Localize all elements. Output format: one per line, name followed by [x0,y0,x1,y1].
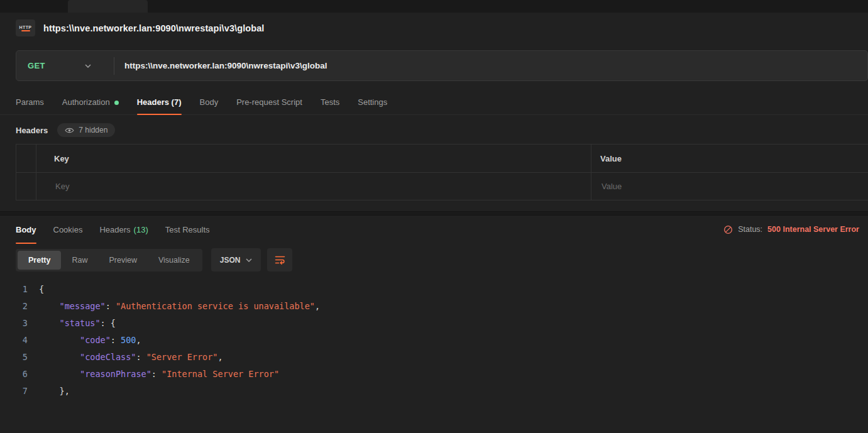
request-tab-headers-7[interactable]: Headers (7) [137,90,182,114]
table-row [16,172,868,200]
code-line: 5 "codeClass": "Server Error", [0,349,868,366]
code-text: { [39,281,44,298]
code-text: "code": 500, [39,332,141,349]
token-punc: { [39,284,44,294]
tab-label: Body [16,225,36,234]
wrap-lines-icon [275,255,285,265]
status-value: 500 Internal Server Error [767,225,859,234]
request-url-bar: GET https:\\nve.networker.lan:9090\nwres… [16,50,868,81]
request-tab-settings[interactable]: Settings [358,90,387,114]
hidden-headers-label: 7 hidden [79,126,107,134]
format-dropdown[interactable]: JSON [211,248,261,271]
response-tab-cookies[interactable]: Cookies [53,216,83,243]
response-status: Status: 500 Internal Server Error [723,216,859,243]
token-key: "message" [60,301,106,311]
view-mode-pretty[interactable]: Pretty [18,251,61,270]
request-title: https:\\nve.networker.lan:9090\nwrestapi… [43,23,265,33]
http-badge-text: HTTP [19,25,32,30]
token-punc [39,352,80,362]
headers-table: Key Value [16,144,868,200]
code-line: 4 "code": 500, [0,332,868,349]
chevron-down-icon [85,64,91,68]
token-punc [39,318,60,328]
headers-section-title: Headers [16,126,48,135]
row-handle-cell [16,145,36,172]
response-tab-headers[interactable]: Headers (13) [99,216,148,243]
view-mode-switcher: PrettyRawPreviewVisualize [16,249,202,271]
token-punc [39,301,60,311]
tab-label: Tests [321,97,339,107]
tab-label: Headers [99,225,130,234]
http-badge-accent [21,30,30,31]
token-punc: }, [39,386,70,396]
app-tab-bar [0,0,868,13]
line-number: 3 [16,315,28,332]
response-tab-body[interactable]: Body [16,216,36,243]
token-punc: : [106,301,116,311]
code-text: "codeClass": "Server Error", [39,349,223,366]
key-input[interactable] [54,181,582,192]
code-line: 2 "message": "Authentication service is … [0,298,868,315]
request-tab-tests[interactable]: Tests [321,90,339,114]
token-key: "status" [60,318,101,328]
view-mode-preview[interactable]: Preview [98,251,147,270]
unsaved-changes-dot [114,101,119,105]
chevron-down-icon [246,258,252,262]
value-cell [591,173,868,200]
method-selector[interactable]: GET [16,51,114,80]
request-tab-authorization[interactable]: Authorization [62,90,119,114]
code-line: 3 "status": { [0,315,868,332]
request-tab-pre-request-script[interactable]: Pre-request Script [236,90,302,114]
eye-icon [65,127,74,134]
response-tabs: BodyCookiesHeaders (13)Test Results [16,216,210,243]
token-str: "Server Error" [146,352,218,362]
token-punc [39,369,80,379]
column-header-value: Value [591,145,868,172]
hidden-headers-toggle[interactable]: 7 hidden [57,123,115,137]
token-punc: , [218,352,223,362]
line-number: 2 [16,298,28,315]
tab-label: Cookies [53,225,83,234]
token-punc: : [151,369,162,379]
insecure-connection-icon[interactable] [723,225,733,234]
token-key: "reasonPhrase" [80,369,151,379]
response-toolbar: PrettyRawPreviewVisualize JSON [0,243,868,278]
wrap-lines-button[interactable] [267,248,292,271]
response-header-row: BodyCookiesHeaders (13)Test Results Stat… [0,216,868,243]
request-title-row: HTTP https:\\nve.networker.lan:9090\nwre… [0,13,868,42]
code-line: 6 "reasonPhrase": "Internal Server Error… [0,366,868,383]
code-line: 7 }, [0,383,868,400]
code-line: 1{ [0,281,868,298]
value-input[interactable] [600,181,859,192]
request-tab-params[interactable]: Params [16,90,44,114]
token-punc: : [101,318,111,328]
view-mode-visualize[interactable]: Visualize [148,251,201,270]
request-window-tab[interactable] [68,0,148,13]
line-number: 4 [16,332,28,349]
format-label: JSON [220,256,241,265]
headers-section-header: Headers 7 hidden [0,115,868,144]
pane-splitter[interactable] [0,211,868,216]
tab-label: Headers (7) [137,97,182,107]
tab-label: Authorization [62,97,110,107]
view-mode-raw[interactable]: Raw [61,251,98,270]
tab-label: Test Results [165,225,210,234]
status-label: Status: [738,225,762,234]
line-number: 7 [16,383,28,400]
token-punc [39,335,80,345]
tab-label: Body [200,97,219,107]
tab-label: Params [16,97,44,107]
token-punc: , [136,335,141,345]
code-text: "reasonPhrase": "Internal Server Error" [39,366,279,383]
url-input[interactable]: https:\\nve.networker.lan:9090\nwrestapi… [114,61,327,70]
code-text: }, [39,383,70,400]
tab-count: (13) [134,225,148,234]
token-punc: , [315,301,320,311]
response-body-editor[interactable]: 1{2 "message": "Authentication service i… [0,278,868,400]
response-tab-test-results[interactable]: Test Results [165,216,210,243]
token-str: "Authentication service is unavailable" [116,301,315,311]
code-text: "message": "Authentication service is un… [39,298,320,315]
request-tab-body[interactable]: Body [200,90,219,114]
http-request-icon: HTTP [16,19,35,36]
row-handle-cell [16,173,36,200]
